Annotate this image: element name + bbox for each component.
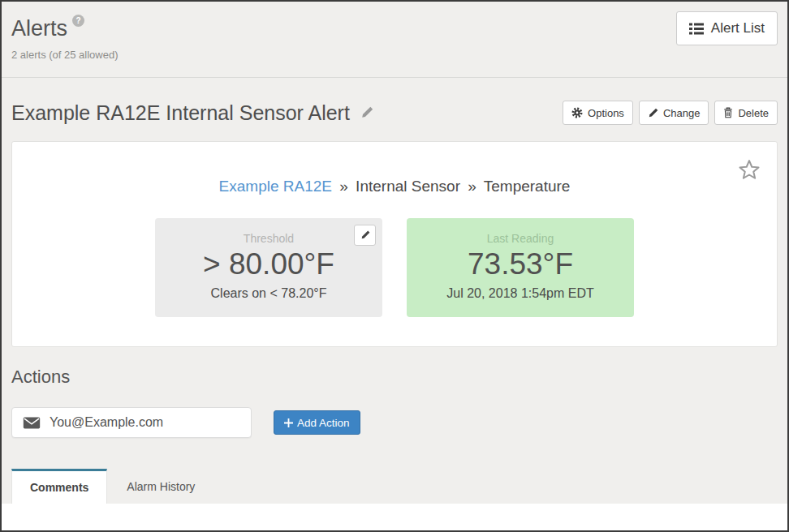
header-divider [2, 77, 787, 78]
favorite-star-icon[interactable] [737, 158, 761, 182]
tab-comments[interactable]: Comments [11, 469, 107, 504]
add-action-button-label: Add Action [297, 417, 350, 429]
tab-bar: Comments Alarm History [11, 469, 787, 504]
alert-title: Example RA12E Internal Sensor Alert [11, 101, 350, 125]
actions-heading: Actions [11, 367, 778, 388]
help-icon[interactable]: ? [72, 15, 84, 27]
breadcrumb-sensor: Internal Sensor [356, 178, 460, 195]
actions-row: You@Example.com Add Action [11, 407, 778, 438]
alert-card: Example RA12E » Internal Sensor » Temper… [11, 141, 778, 347]
gear-icon [571, 107, 583, 118]
last-reading-value: 73.53°F [407, 247, 634, 282]
edit-alert-name-icon[interactable] [360, 106, 373, 119]
trash-icon [723, 107, 733, 118]
envelope-icon [23, 417, 41, 429]
breadcrumb-metric: Temperature [484, 178, 571, 195]
alert-list-button-label: Alert List [711, 20, 765, 36]
breadcrumb-device-link[interactable]: Example RA12E [219, 178, 332, 195]
reading-boxes: Threshold > 80.00°F Clears on < 78.20°F … [12, 218, 777, 317]
delete-button[interactable]: Delete [714, 101, 778, 125]
add-action-button[interactable]: Add Action [274, 410, 360, 435]
page-title-row: Alerts ? [11, 16, 778, 41]
breadcrumb: Example RA12E » Internal Sensor » Temper… [12, 178, 777, 195]
alert-action-buttons: Options Change Delete [563, 101, 778, 125]
pencil-icon [648, 108, 658, 118]
delete-button-label: Delete [738, 107, 769, 119]
threshold-clears-on: Clears on < 78.20°F [155, 286, 382, 301]
breadcrumb-separator: » [468, 178, 476, 195]
alert-list-button[interactable]: Alert List [676, 11, 778, 45]
tab-comments-label: Comments [30, 481, 88, 494]
plus-icon [284, 418, 293, 427]
last-reading-box: Last Reading 73.53°F Jul 20, 2018 1:54pm… [407, 218, 634, 317]
last-reading-label: Last Reading [407, 232, 634, 245]
change-button-label: Change [663, 107, 701, 119]
list-icon [689, 23, 704, 35]
page-title: Alerts [11, 16, 67, 41]
alert-header-row: Example RA12E Internal Sensor Alert Opti… [2, 101, 787, 125]
tab-alarm-history-label: Alarm History [127, 480, 195, 493]
breadcrumb-separator: » [339, 178, 348, 195]
pencil-icon [360, 230, 370, 240]
change-button[interactable]: Change [639, 101, 709, 125]
alerts-page: Alerts ? 2 alerts (of 25 allowed) Alert … [2, 2, 787, 530]
threshold-box: Threshold > 80.00°F Clears on < 78.20°F [155, 218, 382, 317]
tab-content [2, 504, 787, 530]
alert-count-text: 2 alerts (of 25 allowed) [11, 49, 778, 61]
email-action-label: You@Example.com [50, 415, 163, 430]
page-header: Alerts ? 2 alerts (of 25 allowed) Alert … [2, 2, 787, 61]
edit-threshold-button[interactable] [354, 225, 376, 246]
email-action-item[interactable]: You@Example.com [11, 407, 252, 438]
threshold-value: > 80.00°F [155, 247, 382, 282]
alert-title-wrap: Example RA12E Internal Sensor Alert [11, 101, 373, 125]
threshold-label: Threshold [155, 232, 382, 245]
options-button[interactable]: Options [563, 101, 633, 125]
options-button-label: Options [588, 107, 624, 119]
actions-section: Actions You@Example.com Add Action [2, 367, 787, 438]
tab-alarm-history[interactable]: Alarm History [107, 469, 214, 504]
last-reading-timestamp: Jul 20, 2018 1:54pm EDT [407, 286, 634, 301]
